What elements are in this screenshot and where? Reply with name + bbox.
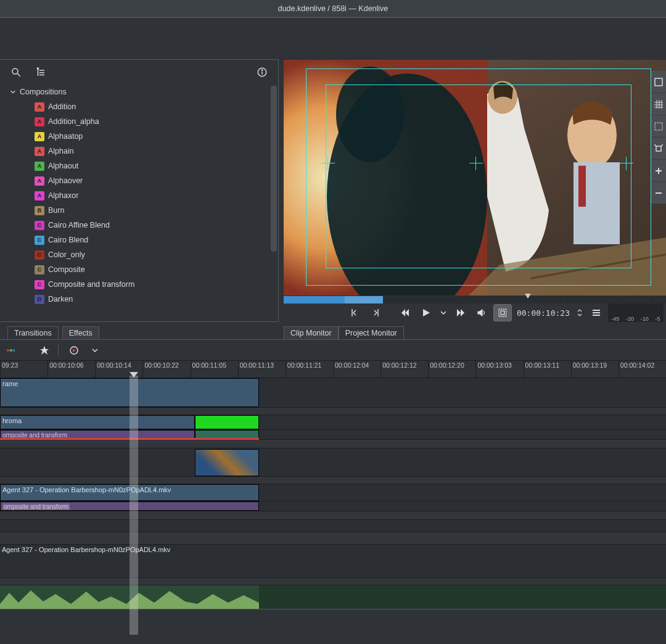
composition-item[interactable]: AAlphaxor (0, 188, 278, 203)
ruler-tick: 00:00:12:04 (333, 361, 380, 378)
search-icon[interactable] (4, 61, 28, 83)
playhead-marker-icon (525, 294, 531, 300)
composite-track-2[interactable]: omposite and transform (0, 502, 666, 511)
monitor-viewport[interactable] (284, 60, 666, 295)
video-track-2[interactable]: hroma (0, 415, 666, 430)
clip-green[interactable] (195, 415, 259, 429)
svg-point-9 (261, 70, 263, 71)
tab-clip-monitor[interactable]: Clip Monitor (284, 326, 339, 339)
clip-chroma[interactable]: hroma (0, 415, 195, 429)
set-out-point-icon[interactable] (366, 304, 385, 321)
svg-point-48 (7, 349, 9, 352)
rewind-icon[interactable] (396, 304, 414, 321)
clip-teal[interactable] (195, 430, 259, 439)
composite-track-1[interactable]: omposite and transform (0, 430, 666, 440)
clip-composite-transform-1[interactable]: omposite and transform (0, 430, 195, 439)
svg-marker-41 (461, 309, 464, 316)
svg-line-30 (661, 144, 663, 146)
audio-waveform-track[interactable] (0, 585, 666, 609)
composition-item[interactable]: CColor_only (0, 247, 278, 262)
video-track-4[interactable]: Agent 327 - Operation Barbershop-mN0zPOp… (0, 484, 666, 502)
timeline-ruler[interactable]: 09:2300:00:10:0600:00:10:1400:00:10:2200… (0, 360, 666, 378)
window-titlebar: dude.kdenlive / 858i — Kdenlive (0, 0, 666, 17)
volume-icon[interactable] (472, 304, 491, 321)
preview-render-icon[interactable] (65, 344, 83, 357)
empty-track-1[interactable] (0, 520, 666, 532)
timecode-stepper-icon[interactable] (575, 304, 585, 321)
composition-badge: D (35, 295, 44, 304)
clip-label: hroma (2, 417, 22, 424)
composition-item[interactable]: CComposite (0, 262, 278, 277)
crosshair-left (323, 159, 333, 168)
composition-badge: A (35, 176, 44, 186)
timeline[interactable]: rame hroma omposite and transform Agent … (0, 378, 666, 644)
clip-agent-1[interactable]: Agent 327 - Operation Barbershop-mN0zPOp… (0, 484, 259, 501)
monitor-scrubber[interactable] (284, 296, 666, 303)
meter-label: -45 (611, 316, 619, 322)
timecode-display[interactable]: 00:00:10:23 (517, 308, 570, 318)
grid-icon[interactable] (651, 93, 666, 115)
svg-marker-34 (525, 294, 531, 299)
composition-badge: C (35, 221, 44, 230)
fit-icon[interactable] (651, 138, 666, 160)
audio-track-header[interactable]: Agent 327 - Operation Barbershop-mN0zPOp… (0, 545, 666, 578)
svg-marker-37 (401, 309, 405, 316)
zoom-in-icon[interactable] (651, 160, 666, 182)
composition-label: Addition (48, 102, 76, 111)
edit-mode-icon[interactable] (493, 304, 512, 321)
favorite-icon[interactable] (36, 344, 53, 357)
info-icon[interactable] (250, 61, 274, 83)
composition-label: Alphain (48, 147, 74, 155)
composition-item[interactable]: AAlphaover (0, 173, 278, 188)
composition-label: Burn (48, 206, 64, 215)
empty-track-2[interactable] (0, 532, 666, 545)
safe-zone-icon[interactable] (651, 115, 666, 138)
chevron-down-icon (9, 88, 17, 96)
scrollbar[interactable] (271, 86, 277, 252)
composition-item[interactable]: AAlphaatop (0, 129, 278, 144)
set-in-point-icon[interactable] (345, 304, 364, 321)
tree-view-icon[interactable] (28, 61, 53, 83)
ruler-tick: 00:00:13:03 (475, 361, 523, 378)
timeline-bottom-border (0, 609, 666, 615)
composition-item[interactable]: BBurn (0, 203, 278, 218)
compositions-header[interactable]: Compositions (0, 85, 278, 99)
options-menu-icon[interactable] (587, 304, 606, 321)
tab-transitions[interactable]: Transitions (7, 326, 59, 339)
monitor-side-toolbar (651, 71, 666, 204)
track-separator (0, 578, 666, 585)
composition-item[interactable]: AAddition (0, 99, 278, 114)
composition-item[interactable]: CCairo Affine Blend (0, 218, 278, 233)
clip-label: omposite and transform (2, 503, 70, 510)
track-compositing-icon[interactable] (2, 344, 18, 357)
composition-item[interactable]: CComposite and transform (0, 277, 278, 292)
play-icon[interactable] (417, 304, 435, 321)
compositions-list[interactable]: Compositions AAdditionAAddition_alphaAAl… (0, 85, 278, 321)
tab-effects[interactable]: Effects (62, 326, 99, 339)
composition-item[interactable]: AAlphaout (0, 159, 278, 173)
composition-item[interactable]: AAlphain (0, 144, 278, 159)
composition-label: Alphaover (48, 176, 83, 185)
clip-frame[interactable]: rame (0, 378, 259, 407)
composition-label: Alphaxor (48, 191, 78, 200)
clip-composite-transform-2[interactable]: omposite and transform (0, 502, 259, 511)
composition-item[interactable]: DDarken (0, 292, 278, 307)
composition-item[interactable]: CCairo Blend (0, 233, 278, 247)
fullscreen-icon[interactable] (651, 71, 666, 93)
composition-label: Color_only (48, 250, 85, 259)
svg-marker-40 (457, 309, 461, 316)
video-track-1[interactable]: rame (0, 378, 666, 408)
video-track-3[interactable] (0, 448, 666, 477)
composition-item[interactable]: AAddition_alpha (0, 114, 278, 129)
composition-badge: B (35, 206, 44, 215)
play-options-dropdown-icon[interactable] (438, 304, 449, 321)
monitor-panel: 00:00:10:23 -45 -20 -10 -5 (279, 59, 666, 322)
compositions-panel: Compositions AAdditionAAddition_alphaAAl… (0, 59, 279, 322)
clip-thumbnail[interactable] (195, 449, 259, 476)
crosshair-center (471, 159, 481, 168)
zoom-out-icon[interactable] (651, 182, 666, 204)
tab-project-monitor[interactable]: Project Monitor (339, 326, 404, 339)
clip-agent-2[interactable]: Agent 327 - Operation Barbershop-mN0zPOp… (0, 545, 666, 577)
forward-icon[interactable] (451, 304, 470, 321)
preview-dropdown-icon[interactable] (88, 345, 102, 356)
